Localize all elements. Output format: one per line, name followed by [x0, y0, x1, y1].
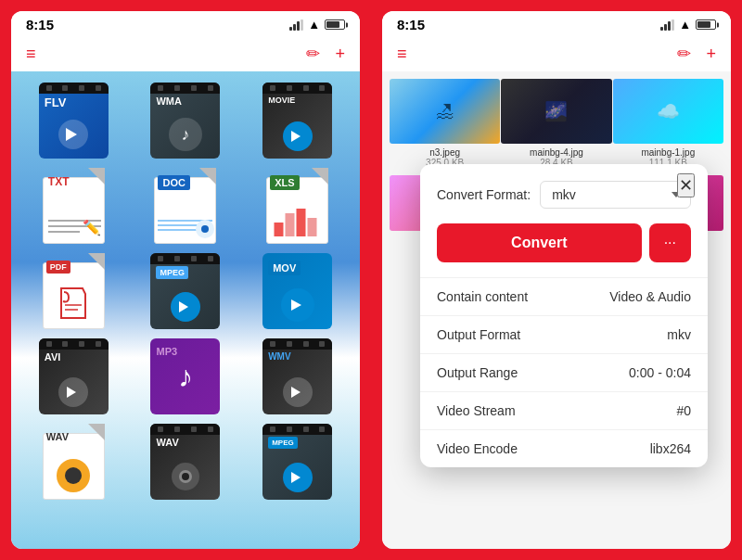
file-grid: FLV WMA ♪ [22, 83, 349, 500]
output-range-label: Output Range [437, 365, 518, 380]
right-status-time: 8:15 [397, 17, 425, 32]
left-menu-icon[interactable]: ≡ [26, 45, 36, 64]
left-edit-icon[interactable]: ✏ [306, 44, 320, 64]
svg-rect-0 [275, 223, 284, 236]
right-header: ≡ ✏ + [382, 36, 731, 71]
file-name: mainbg-1.jpg [613, 147, 723, 158]
list-item[interactable]: WAV [22, 424, 125, 500]
left-add-icon[interactable]: + [335, 45, 345, 64]
list-item[interactable]: ☁️ mainbg-1.jpg 111.1 KB [613, 79, 723, 168]
thumbnail-image: ☁️ [613, 79, 723, 144]
list-item[interactable]: MOVIE [246, 83, 349, 159]
thumbnail-image: 🌌 [501, 79, 611, 144]
video-encode-label: Video Encode [437, 441, 518, 456]
thumbnail-image: 🏖 [390, 79, 500, 144]
dialog-buttons: Convert ··· [420, 220, 708, 277]
list-item[interactable]: MP3 ♪ [134, 338, 237, 414]
right-phone: 8:15 ▲ ≡ ✏ + 🏖 [382, 11, 731, 549]
wifi-icon: ▲ [308, 18, 320, 32]
output-range-value: 0:00 - 0:04 [629, 365, 691, 380]
list-item[interactable]: PDF [22, 253, 125, 329]
info-row-format: Output Format mkv [420, 315, 708, 353]
list-item[interactable]: MPEG [246, 424, 349, 500]
format-label: Convert Format: [437, 187, 531, 202]
left-status-icons: ▲ [289, 18, 345, 32]
left-header: ≡ ✏ + [11, 36, 360, 71]
list-item[interactable]: WMA ♪ [134, 83, 237, 159]
dialog-close-button[interactable]: ✕ [677, 173, 695, 197]
output-format-value: mkv [667, 327, 691, 342]
right-header-actions: ✏ + [677, 44, 716, 64]
info-row-contain: Contain content Video & Audio [420, 277, 708, 315]
video-encode-value: libx264 [650, 441, 691, 456]
list-item[interactable]: TXT ✏️ [22, 168, 125, 244]
file-name: mainbg-4.jpg [501, 147, 611, 158]
list-item[interactable]: MPEG [134, 253, 237, 329]
svg-rect-1 [286, 213, 295, 236]
file-grid-container: FLV WMA ♪ [11, 71, 360, 549]
signal-icon [289, 19, 303, 31]
info-row-stream: Video Stream #0 [420, 391, 708, 429]
right-status-bar: 8:15 ▲ [382, 11, 731, 36]
battery-icon [325, 19, 345, 30]
video-stream-value: #0 [676, 403, 691, 418]
video-stream-label: Video Stream [437, 403, 516, 418]
left-status-bar: 8:15 ▲ [11, 11, 360, 36]
list-item[interactable]: DOC [134, 168, 237, 244]
left-phone: 8:15 ▲ ≡ ✏ + [11, 11, 360, 549]
contain-label: Contain content [437, 289, 528, 304]
svg-rect-3 [308, 218, 317, 236]
contain-value: Video & Audio [609, 289, 691, 304]
list-item[interactable]: FLV [22, 83, 125, 159]
left-header-actions: ✏ + [306, 44, 345, 64]
right-add-icon[interactable]: + [706, 45, 716, 64]
convert-button[interactable]: Convert [437, 223, 642, 262]
format-row: Convert Format: mkv mp4 avi mov [420, 164, 708, 220]
list-item[interactable]: 🌌 mainbg-4.jpg 28.4 KB [501, 79, 611, 168]
left-status-time: 8:15 [26, 17, 54, 32]
list-item[interactable]: XLS [246, 168, 349, 244]
list-item[interactable]: WAV [134, 424, 237, 500]
output-format-label: Output Format [437, 327, 520, 342]
convert-dialog: ✕ Convert Format: mkv mp4 avi mov Conver… [420, 164, 708, 467]
right-menu-icon[interactable]: ≡ [397, 45, 407, 64]
signal-icon [660, 19, 674, 31]
file-thumbnails: 🏖 n3.jpeg 325.0 KB 🌌 mainbg-4.jpg 28.4 K… [382, 71, 731, 175]
info-row-range: Output Range 0:00 - 0:04 [420, 353, 708, 391]
format-select[interactable]: mkv mp4 avi mov [540, 181, 691, 209]
list-item[interactable]: AVI [22, 338, 125, 414]
file-name: n3.jpeg [390, 147, 500, 158]
list-item[interactable]: 🏖 n3.jpeg 325.0 KB [390, 79, 500, 168]
right-status-icons: ▲ [660, 18, 716, 32]
wifi-icon: ▲ [679, 18, 691, 32]
more-options-button[interactable]: ··· [649, 223, 691, 262]
svg-rect-2 [297, 209, 306, 236]
list-item[interactable]: WMV [246, 338, 349, 414]
right-edit-icon[interactable]: ✏ [677, 44, 691, 64]
battery-icon [696, 19, 716, 30]
info-row-encode: Video Encode libx264 [420, 429, 708, 467]
list-item[interactable]: MOV [246, 253, 349, 329]
